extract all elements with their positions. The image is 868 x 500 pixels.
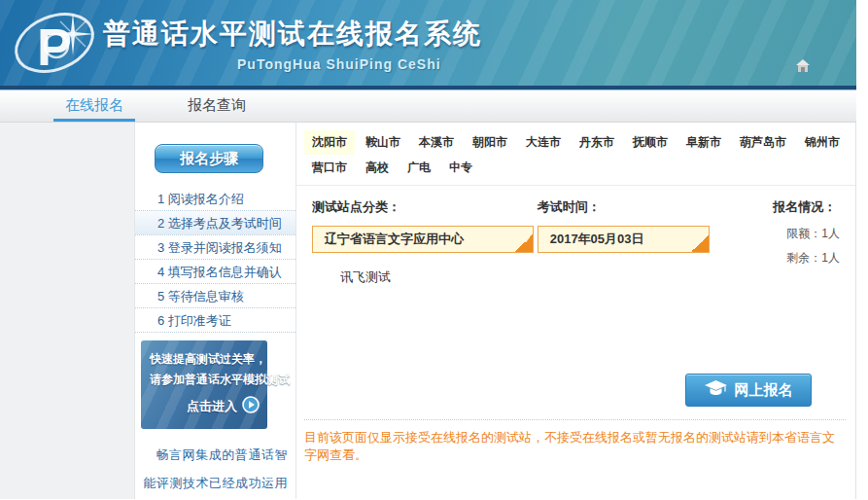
- city-tab-anshan[interactable]: 鞍山市: [358, 130, 408, 155]
- content: 报名步骤 1 阅读报名介绍 2 选择考点及考试时间 3 登录并阅读报名须知 4 …: [0, 123, 856, 499]
- city-tab-row-1: 沈阳市 鞍山市 本溪市 朝阳市 大连市 丹东市 抚顺市 阜新市 葫芦岛市 锦州市…: [304, 130, 846, 155]
- promo-cta-label: 点击进入: [187, 398, 237, 415]
- registration-status-label: 报名情况：: [773, 198, 840, 216]
- main-nav: 在线报名 报名查询: [0, 90, 856, 123]
- online-register-label: 网上报名: [735, 381, 793, 400]
- app-subtitle: PuTongHua ShuiPing CeShi: [237, 56, 482, 72]
- remaining-value: 剩余：1人: [773, 250, 840, 267]
- promo-line-1: 快速提高测试过关率，: [150, 349, 260, 370]
- step-item-6: 6 打印准考证: [135, 308, 295, 333]
- steps-list: 1 阅读报名介绍 2 选择考点及考试时间 3 登录并阅读报名须知 4 填写报名信…: [135, 187, 295, 333]
- city-tab-dalian[interactable]: 大连市: [518, 130, 569, 155]
- city-tab-zhongzhuan[interactable]: 中专: [441, 156, 480, 180]
- notice-text: 目前该页面仅显示接受在线报名的测试站，不接受在线报名或暂无报名的测试站请到本省语…: [296, 420, 855, 464]
- main-panel: 沈阳市 鞍山市 本溪市 朝阳市 大连市 丹东市 抚顺市 阜新市 葫芦岛市 锦州市…: [296, 123, 856, 499]
- station-value: 辽宁省语言文字应用中心: [325, 232, 464, 246]
- exam-time-select-selected[interactable]: 2017年05月03日 ✓: [538, 226, 710, 253]
- city-tab-dandong[interactable]: 丹东市: [572, 130, 622, 155]
- city-tab-guangdian[interactable]: 广电: [399, 156, 438, 180]
- check-icon: ✓: [699, 228, 707, 253]
- station-option-xunfei[interactable]: 讯飞测试: [340, 268, 538, 286]
- city-tab-huludao[interactable]: 葫芦岛市: [732, 130, 794, 155]
- step-item-4: 4 填写报名信息并确认: [135, 260, 295, 284]
- city-tab-liaoyang[interactable]: 辽阳市: [851, 130, 856, 155]
- city-tab-yingkou[interactable]: 营口市: [304, 156, 355, 180]
- city-tab-row-2: 营口市 高校 广电 中专: [304, 156, 846, 185]
- play-icon: [242, 396, 260, 417]
- city-tab-gaoxiao[interactable]: 高校: [358, 156, 397, 180]
- left-gutter: [0, 123, 135, 499]
- city-tab-fuxin[interactable]: 阜新市: [678, 130, 729, 155]
- app-title: 普通话水平测试在线报名系统: [103, 16, 482, 53]
- quota-value: 限额：1人: [773, 226, 840, 242]
- city-tabs: 沈阳市 鞍山市 本溪市 朝阳市 大连市 丹东市 抚顺市 阜新市 葫芦岛市 锦州市…: [296, 123, 855, 186]
- title-block: 普通话水平测试在线报名系统 PuTongHua ShuiPing CeShi: [103, 16, 482, 72]
- station-select-selected[interactable]: 辽宁省语言文字应用中心 ✓: [312, 226, 534, 253]
- page: P 普通话水平测试在线报名系统 PuTongHua ShuiPing CeShi…: [0, 0, 868, 500]
- graduation-cap-icon: [705, 380, 727, 400]
- svg-text:P: P: [37, 18, 72, 76]
- city-tab-benxi[interactable]: 本溪市: [411, 130, 462, 155]
- city-tab-shenyang[interactable]: 沈阳市: [304, 130, 355, 155]
- city-tab-jinzhou[interactable]: 锦州市: [797, 130, 848, 155]
- sidebar: 报名步骤 1 阅读报名介绍 2 选择考点及考试时间 3 登录并阅读报名须知 4 …: [135, 123, 296, 499]
- mock-test-promo-banner[interactable]: 快速提高测试过关率， 请参加普通话水平模拟测试 点击进入: [141, 340, 267, 429]
- selected-corner: ✓: [515, 234, 533, 252]
- time-column: 考试时间： 2017年05月03日 ✓: [538, 198, 717, 286]
- station-column: 测试站点分类： 辽宁省语言文字应用中心 ✓ 讯飞测试: [312, 198, 538, 286]
- step-item-1: 1 阅读报名介绍: [135, 187, 295, 211]
- header: P 普通话水平测试在线报名系统 PuTongHua ShuiPing CeShi: [0, 0, 856, 86]
- tab-online-registration[interactable]: 在线报名: [53, 90, 135, 122]
- register-row: 网上报名: [296, 374, 855, 407]
- step-item-3: 3 登录并阅读报名须知: [135, 235, 295, 260]
- home-icon[interactable]: [796, 58, 810, 76]
- step-item-2-current: 2 选择考点及考试时间: [135, 211, 295, 235]
- promo-line-2: 请参加普通话水平模拟测试: [150, 370, 260, 390]
- step-item-5: 5 等待信息审核: [135, 284, 295, 308]
- status-column: 报名情况： 限额：1人 剩余：1人: [716, 198, 840, 286]
- city-tab-fushun[interactable]: 抚顺市: [625, 130, 676, 155]
- check-icon: ✓: [524, 228, 532, 253]
- city-tab-chaoyang[interactable]: 朝阳市: [465, 130, 515, 155]
- sidebar-note-text: 畅言网集成的普通话智能评测技术已经成功运用于上海、安徽等多个省市的普通话水平: [144, 441, 288, 499]
- online-register-button[interactable]: 网上报名: [685, 374, 812, 407]
- exam-time-value: 2017年05月03日: [550, 232, 644, 246]
- station-label: 测试站点分类：: [312, 198, 538, 216]
- selection-form: 测试站点分类： 辽宁省语言文字应用中心 ✓ 讯飞测试 考试时间： 2017年05…: [296, 186, 855, 286]
- selected-corner: ✓: [691, 234, 709, 252]
- app-logo-icon: P: [12, 5, 97, 85]
- promo-cta[interactable]: 点击进入: [150, 396, 260, 417]
- tab-registration-query[interactable]: 报名查询: [176, 90, 258, 122]
- exam-time-label: 考试时间：: [538, 198, 717, 216]
- steps-title-button: 报名步骤: [155, 144, 263, 173]
